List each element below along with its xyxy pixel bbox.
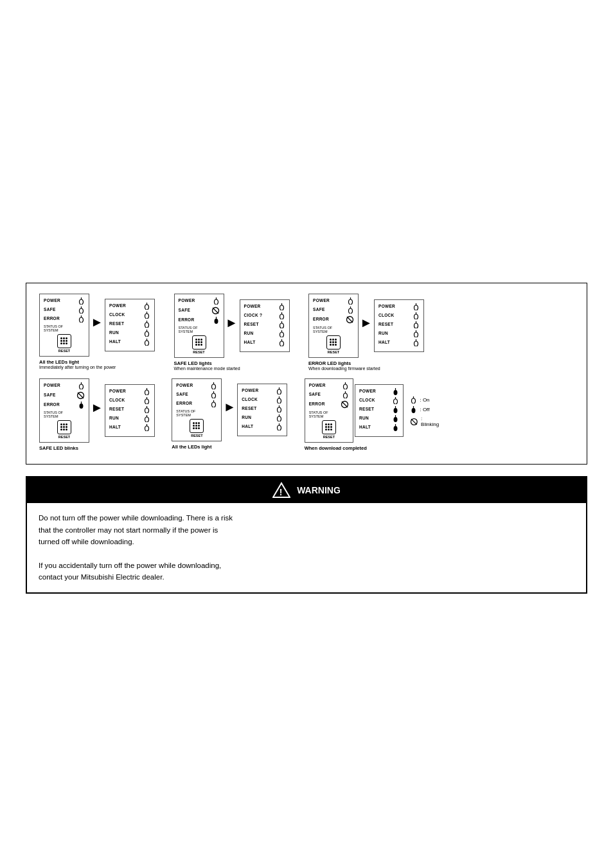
svg-point-32 xyxy=(349,299,353,305)
arrow-2: ► xyxy=(226,294,238,358)
label-safe-5: SAFE xyxy=(176,393,188,397)
dot xyxy=(330,429,332,430)
led-row-reset-r3: RESET xyxy=(378,321,420,328)
dot xyxy=(200,341,202,343)
arrow-symbol-4: ► xyxy=(91,401,103,414)
dot xyxy=(328,429,330,430)
svg-point-86 xyxy=(394,390,398,395)
icon-pencil-power-r2 xyxy=(278,303,285,310)
group-all-leds-bottom: POWER SAFE ERROR STATUS OFSYSTEM xyxy=(172,378,300,451)
dot xyxy=(195,425,197,427)
arrow-symbol-5: ► xyxy=(223,400,236,413)
reset-label-6a: RESET xyxy=(323,435,335,439)
group-power-on: POWER SAFE ERROR STATUS OFSYSTEM xyxy=(39,294,170,371)
warning-triangle-icon: ! xyxy=(272,481,290,499)
dot xyxy=(193,427,195,429)
col-spacer-top xyxy=(443,294,574,371)
icon-pencil-run-r5 xyxy=(276,414,283,421)
label-power-r2: POWER xyxy=(244,305,261,309)
icon-pencil-halt-r2 xyxy=(278,339,285,346)
dot xyxy=(330,344,332,346)
label-halt-r5: HALT xyxy=(242,425,253,429)
svg-point-8 xyxy=(145,314,149,319)
warning-header: ! WARNING xyxy=(27,477,586,503)
svg-point-68 xyxy=(212,402,216,407)
reset-button-2a xyxy=(192,335,206,350)
label-power-r5: POWER xyxy=(242,389,258,393)
led-panel-6b: POWER CLOCK RESET RUN xyxy=(355,384,404,437)
panels-pair-5: POWER SAFE ERROR STATUS OFSYSTEM xyxy=(172,378,287,441)
icon-legend-off xyxy=(410,406,417,413)
led-row-clock-r2: ClOCK ? xyxy=(244,312,285,319)
reset-dots-6a xyxy=(325,423,333,431)
led-row-power-r5: POWER xyxy=(242,387,283,394)
icon-pencil-reset-r2 xyxy=(278,321,285,328)
icon-pencil-power-r1 xyxy=(143,303,150,310)
icon-pencil-power-r3 xyxy=(413,303,420,310)
label-power: POWER xyxy=(44,299,60,303)
icon-filled-error-2 xyxy=(213,317,220,324)
caption-sub-2: When maintenance mode started xyxy=(174,366,240,371)
svg-point-88 xyxy=(394,399,398,404)
label-clock-r6: CLOCK xyxy=(359,398,375,403)
svg-point-82 xyxy=(344,393,348,398)
icon-pencil-safe-6 xyxy=(342,391,349,398)
label-error-5: ERROR xyxy=(176,402,192,406)
svg-point-38 xyxy=(414,305,418,310)
icon-pencil-run-r3 xyxy=(413,330,420,337)
led-row-error-4: ERROR xyxy=(44,402,85,409)
svg-point-74 xyxy=(278,407,281,412)
led-panel-3b: POWER CLOCK RESET RUN xyxy=(374,299,424,352)
warning-line-5: contact your Mitsubishi Electric dealer. xyxy=(39,571,574,583)
dot xyxy=(66,340,67,342)
svg-point-78 xyxy=(278,425,281,430)
label-reset-r5: RESET xyxy=(242,407,256,411)
led-row-status-2: STATUS OFSYSTEM xyxy=(179,326,220,333)
label-reset-r1: RESET xyxy=(109,322,124,326)
icon-blink-error-3 xyxy=(346,315,354,324)
svg-point-52 xyxy=(80,403,84,409)
icon-pencil-clock-r5 xyxy=(276,396,283,403)
label-power-r1: POWER xyxy=(109,304,126,308)
label-run-r4: RUN xyxy=(109,416,119,421)
svg-point-64 xyxy=(212,384,216,389)
label-halt-r4: HALT xyxy=(109,425,121,430)
reset-label-2a: RESET xyxy=(193,350,204,354)
group-download-start: POWER SAFE ERROR STA xyxy=(308,294,440,371)
dot xyxy=(198,344,200,346)
dot xyxy=(335,344,337,346)
dot xyxy=(63,337,65,339)
label-power-5: POWER xyxy=(176,384,193,388)
icon-blink-error-6 xyxy=(341,400,349,409)
dot xyxy=(200,339,202,341)
dot xyxy=(335,341,337,343)
warning-line-4: If you accidentally turn off the power w… xyxy=(39,560,574,571)
dot xyxy=(60,429,62,430)
legend-off: : Off xyxy=(410,406,441,413)
dot xyxy=(60,342,62,344)
reset-area-1a: RESET xyxy=(44,334,85,353)
icon-pencil-halt-r4 xyxy=(143,424,150,431)
svg-point-48 xyxy=(80,384,84,389)
svg-point-10 xyxy=(145,323,149,328)
svg-point-0 xyxy=(80,299,84,305)
col-spacer-bottom xyxy=(445,378,574,451)
group-maintenance: POWER SAFE ERROR xyxy=(174,294,305,371)
led-row-error-2: ERROR xyxy=(179,317,220,324)
svg-point-90 xyxy=(394,408,398,413)
led-row-power-r6: POWER xyxy=(359,388,399,395)
label-status-5: STATUS OFSYSTEM xyxy=(176,409,195,417)
arrow-4: ► xyxy=(91,378,103,443)
dot xyxy=(330,341,332,343)
led-row-error-3: ERROR xyxy=(313,315,354,324)
svg-point-80 xyxy=(344,384,348,389)
led-panel-3a: POWER SAFE ERROR STA xyxy=(308,294,359,358)
dot xyxy=(332,339,334,341)
dot xyxy=(195,341,197,343)
label-reset-r2: RESET xyxy=(244,323,259,327)
label-run-r6: RUN xyxy=(359,416,369,421)
icon-pencil-reset-r3 xyxy=(413,321,420,328)
reset-dots-1a xyxy=(60,337,68,345)
caption-3: ERROR LED lights xyxy=(308,360,351,366)
reset-button-6a xyxy=(322,420,336,434)
